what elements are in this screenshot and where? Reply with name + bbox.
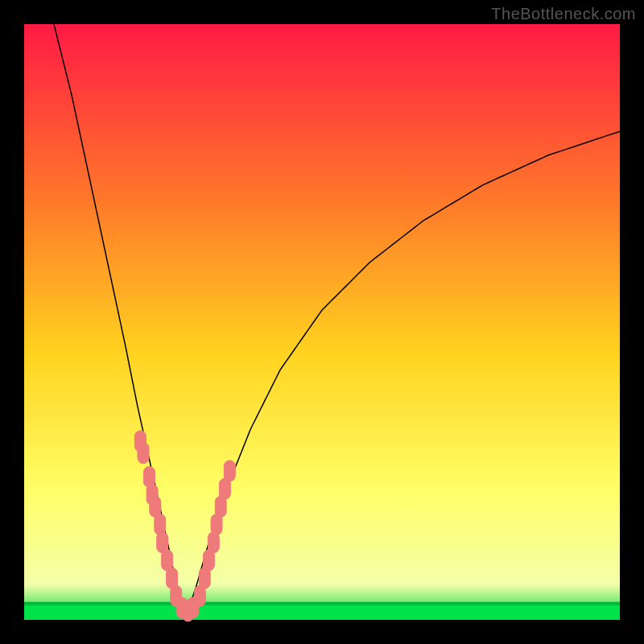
chart-frame: TheBottleneck.com [0,0,644,644]
marker-point [224,460,235,481]
optimal-band-edge [24,602,620,605]
gradient-background [24,24,620,620]
chart-canvas [24,24,620,620]
watermark-text: TheBottleneck.com [491,5,636,23]
marker-point [138,443,149,464]
